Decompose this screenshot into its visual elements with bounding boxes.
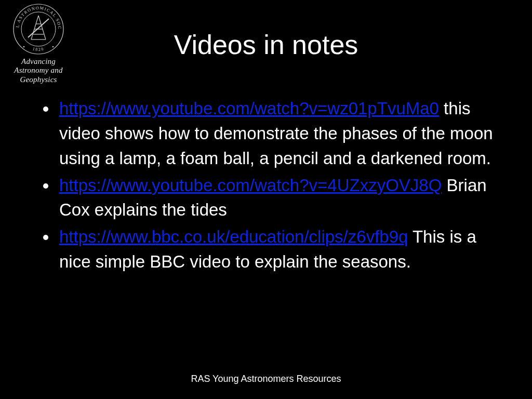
list-item: https://www.youtube.com/watch?v=wz01pTvu…	[57, 96, 501, 171]
list-item: https://www.bbc.co.uk/education/clips/z6…	[57, 224, 501, 274]
video-link[interactable]: https://www.bbc.co.uk/education/clips/z6…	[59, 227, 408, 246]
bullet-list: https://www.youtube.com/watch?v=wz01pTvu…	[36, 96, 501, 274]
slide-body: https://www.youtube.com/watch?v=wz01pTvu…	[36, 96, 501, 276]
slide-footer: RAS Young Astronomers Resources	[0, 374, 532, 384]
org-tagline: Advancing Astronomy and Geophysics	[7, 57, 70, 84]
video-link[interactable]: https://www.youtube.com/watch?v=4UZxzyOV…	[59, 176, 442, 195]
list-item: https://www.youtube.com/watch?v=4UZxzyOV…	[57, 173, 501, 223]
video-link[interactable]: https://www.youtube.com/watch?v=wz01pTvu…	[59, 99, 439, 118]
svg-text:ROYAL  ASTRONOMICAL  SOCIETY: ROYAL ASTRONOMICAL SOCIETY	[12, 3, 62, 30]
slide-title: Videos in notes	[0, 29, 532, 60]
